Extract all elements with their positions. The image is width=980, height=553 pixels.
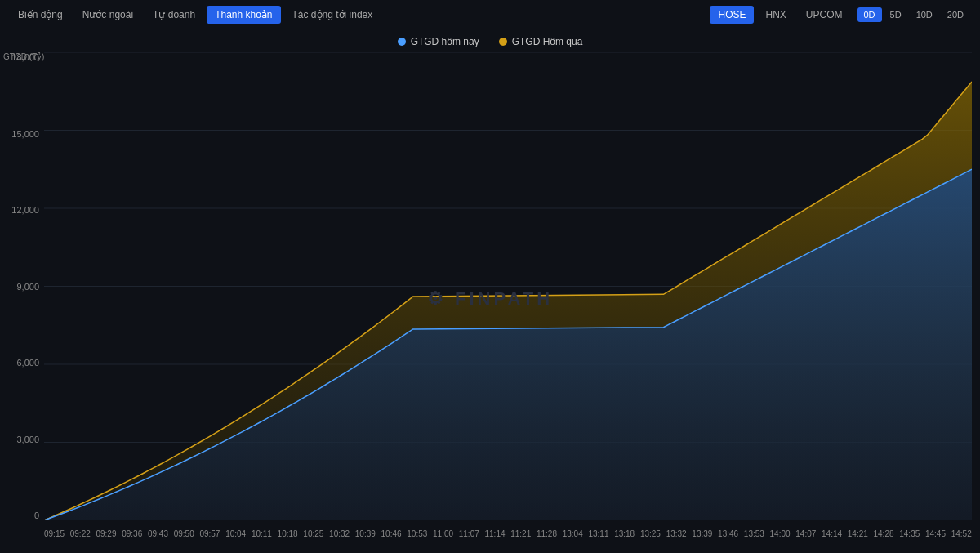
chart-container: GTGD (Tỷ) 18,000 15,000 12,000 9,000 6,0… — [0, 52, 980, 545]
exchange-tabs: HOSE HNX UPCOM — [710, 6, 850, 24]
y-axis-labels: 18,000 15,000 12,000 9,000 6,000 3,000 0 — [0, 52, 44, 520]
x-label: 13:04 — [563, 529, 583, 538]
legend-today-label: GTGD hôm nay — [411, 36, 479, 47]
x-label: 13:53 — [744, 529, 764, 538]
x-label: 11:07 — [459, 529, 479, 538]
x-label: 09:22 — [70, 529, 91, 538]
x-label: 10:25 — [303, 529, 323, 538]
x-label: 13:46 — [718, 529, 738, 538]
legend-yesterday-label: GTGD Hôm qua — [512, 36, 583, 47]
main-tabs: Biến động Nước ngoài Tự doanh Thanh khoả… — [10, 6, 381, 24]
x-label: 09:50 — [174, 529, 194, 538]
y-label-9000: 9,000 — [16, 282, 39, 292]
x-label: 14:07 — [795, 529, 816, 538]
x-label: 10:04 — [225, 529, 246, 538]
yesterday-dot — [499, 38, 507, 46]
x-label: 09:29 — [96, 529, 116, 538]
x-label: 09:15 — [44, 529, 65, 538]
x-label: 10:53 — [407, 529, 427, 538]
tab-bien-dong[interactable]: Biến động — [10, 6, 71, 24]
x-label: 11:00 — [433, 529, 453, 538]
x-label: 11:28 — [537, 529, 557, 538]
x-label: 13:39 — [692, 529, 712, 538]
x-axis-labels: 09:1509:2209:2909:3609:4309:5009:5710:04… — [44, 522, 972, 545]
y-label-12000: 12,000 — [11, 205, 39, 215]
x-label: 13:18 — [614, 529, 635, 538]
x-label: 14:35 — [899, 529, 920, 538]
x-label: 14:00 — [770, 529, 791, 538]
x-label: 13:11 — [588, 529, 608, 538]
period-tab-10d[interactable]: 10D — [910, 7, 939, 22]
header: Biến động Nước ngoài Tự doanh Thanh khoả… — [0, 0, 980, 29]
tab-tac-dong[interactable]: Tác động tới index — [284, 6, 381, 24]
x-label: 14:14 — [822, 529, 842, 538]
x-label: 10:39 — [355, 529, 376, 538]
y-label-3000: 3,000 — [16, 435, 39, 444]
x-label: 09:43 — [148, 529, 168, 538]
x-label: 11:14 — [484, 529, 505, 538]
x-label: 13:25 — [640, 529, 661, 538]
x-label: 09:57 — [199, 529, 220, 538]
x-label: 10:32 — [329, 529, 350, 538]
x-label: 14:28 — [874, 529, 894, 538]
x-label: 10:18 — [278, 529, 298, 538]
today-dot — [398, 38, 406, 46]
x-label: 14:21 — [848, 529, 868, 538]
y-label-0: 0 — [34, 511, 39, 520]
x-label: 10:46 — [381, 529, 402, 538]
period-tab-0d[interactable]: 0D — [858, 7, 882, 22]
exchange-tab-hose[interactable]: HOSE — [710, 6, 754, 24]
x-label: 14:45 — [925, 529, 946, 538]
period-tabs: 0D 5D 10D 20D — [858, 7, 971, 22]
period-tab-5d[interactable]: 5D — [884, 7, 908, 22]
exchange-tab-hnx[interactable]: HNX — [757, 6, 794, 24]
legend-yesterday: GTGD Hôm qua — [499, 36, 583, 47]
chart-area: GTGD hôm nay GTGD Hôm qua GTGD (Tỷ) 18,0… — [0, 29, 980, 553]
legend: GTGD hôm nay GTGD Hôm qua — [0, 36, 980, 47]
chart-svg — [44, 52, 972, 520]
tab-nuoc-ngoai[interactable]: Nước ngoài — [74, 6, 141, 24]
period-tab-20d[interactable]: 20D — [941, 7, 970, 22]
y-label-18000: 18,000 — [11, 52, 39, 62]
y-label-15000: 15,000 — [11, 129, 39, 139]
y-label-6000: 6,000 — [16, 358, 39, 368]
tab-tu-doanh[interactable]: Tự doanh — [145, 6, 203, 24]
x-label: 13:32 — [666, 529, 687, 538]
legend-today: GTGD hôm nay — [398, 36, 479, 47]
x-label: 09:36 — [122, 529, 142, 538]
tab-thanh-khoan[interactable]: Thanh khoản — [207, 6, 280, 24]
x-label: 11:21 — [510, 529, 531, 538]
exchange-tab-upcom[interactable]: UPCOM — [798, 6, 851, 24]
x-label: 14:52 — [951, 529, 972, 538]
x-label: 10:11 — [252, 529, 272, 538]
